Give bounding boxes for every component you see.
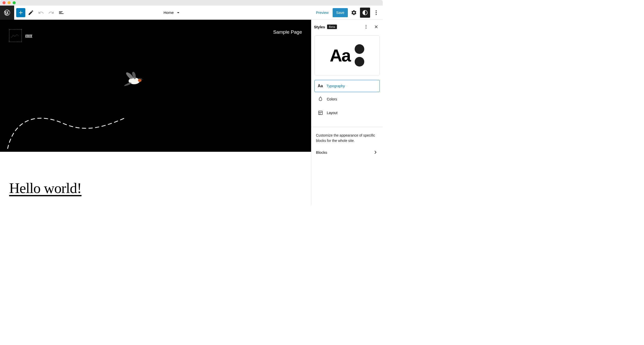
save-button[interactable]: Save — [333, 8, 348, 17]
svg-point-1 — [376, 12, 377, 13]
more-vertical-icon — [364, 24, 369, 29]
sidebar-more-button[interactable] — [362, 23, 370, 31]
chevron-down-icon — [176, 10, 181, 15]
svg-point-8 — [366, 28, 367, 29]
top-toolbar: Home Preview Save — [0, 6, 383, 20]
undo-icon — [38, 10, 44, 16]
close-window-icon[interactable] — [3, 1, 6, 4]
style-item-label: Colors — [327, 97, 337, 101]
style-item-label: Layout — [327, 111, 337, 115]
svg-point-2 — [376, 14, 377, 15]
layout-icon — [318, 110, 323, 116]
more-options-button[interactable] — [371, 8, 381, 18]
hero-block[interactable]: ttttt Sample Page — [0, 20, 311, 152]
svg-rect-9 — [319, 111, 323, 115]
typography-sample: Aa — [330, 46, 350, 65]
color-sample — [355, 44, 364, 67]
typography-icon: Aa — [318, 84, 323, 88]
beta-badge: Beta — [327, 25, 337, 29]
list-view-button[interactable] — [57, 8, 66, 17]
style-item-colors[interactable]: Colors — [314, 93, 380, 106]
style-item-typography[interactable]: Aa Typography — [314, 80, 380, 92]
pencil-icon — [28, 10, 34, 16]
styles-sidebar: Styles Beta Aa Aa Typography — [311, 20, 383, 205]
edit-tool-button[interactable] — [26, 8, 35, 17]
bird-illustration — [122, 70, 147, 88]
maximize-window-icon[interactable] — [13, 1, 16, 4]
minimize-window-icon[interactable] — [8, 1, 11, 4]
sidebar-title: Styles — [314, 25, 325, 29]
page-selector[interactable]: Home — [164, 10, 181, 15]
preview-button[interactable]: Preview — [313, 9, 332, 17]
plus-icon — [18, 10, 24, 16]
wordpress-icon — [4, 9, 11, 16]
editor-canvas[interactable]: ttttt Sample Page Hello world! — [0, 20, 311, 205]
flight-trail-decoration — [0, 83, 127, 149]
redo-icon — [48, 10, 54, 16]
nav-link-sample-page[interactable]: Sample Page — [273, 29, 302, 35]
svg-point-6 — [366, 25, 367, 26]
site-title[interactable]: ttttt — [25, 33, 32, 38]
list-view-icon — [58, 10, 64, 16]
settings-button[interactable] — [349, 8, 359, 18]
contrast-icon — [362, 10, 368, 16]
style-preview-card[interactable]: Aa — [314, 35, 380, 75]
svg-point-0 — [376, 10, 377, 11]
gear-icon — [351, 10, 357, 16]
svg-point-5 — [140, 79, 141, 79]
style-item-layout[interactable]: Layout — [314, 106, 380, 119]
page-name-label: Home — [164, 10, 174, 15]
close-icon — [374, 24, 379, 29]
add-block-button[interactable] — [16, 8, 25, 17]
mac-titlebar — [0, 0, 383, 6]
more-vertical-icon — [373, 10, 379, 16]
site-logo-placeholder[interactable] — [9, 29, 22, 42]
blocks-nav-item[interactable]: Blocks — [316, 149, 378, 155]
wordpress-logo-button[interactable] — [0, 6, 14, 20]
undo-button[interactable] — [36, 8, 46, 17]
svg-point-4 — [138, 79, 142, 82]
blocks-description: Customize the appearance of specific blo… — [316, 133, 378, 143]
blocks-label: Blocks — [316, 150, 327, 155]
placeholder-graph-icon — [11, 31, 20, 40]
styles-toggle-button[interactable] — [360, 8, 370, 18]
redo-button[interactable] — [47, 8, 56, 17]
style-item-label: Typography — [326, 84, 345, 88]
svg-point-7 — [366, 27, 367, 27]
drop-icon — [318, 96, 323, 102]
close-sidebar-button[interactable] — [372, 23, 380, 31]
chevron-right-icon — [373, 149, 378, 155]
post-title[interactable]: Hello world! — [9, 180, 302, 197]
